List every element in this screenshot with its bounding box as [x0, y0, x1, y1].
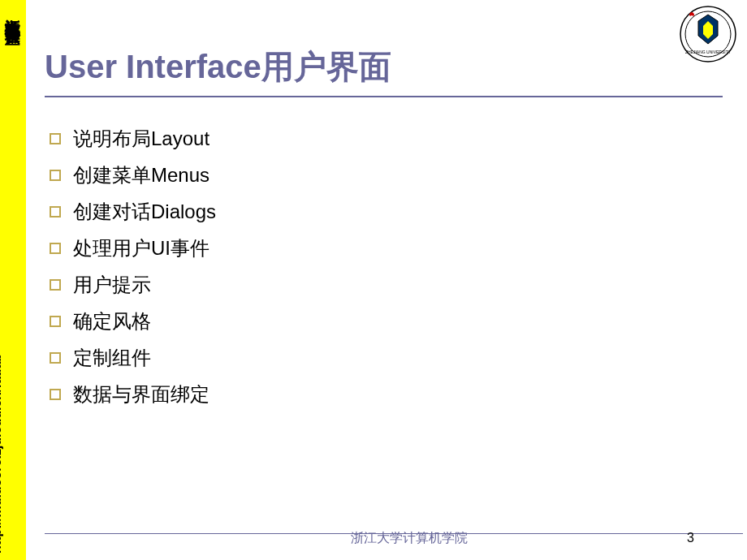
bullet-text: 数据与界面绑定 [73, 381, 209, 407]
bullet-item: 说明布局Layout [45, 126, 747, 152]
sidebar-url: http://multicore.zju.edu.cn/fatlab [0, 354, 4, 554]
page-number: 3 [687, 531, 694, 545]
bullet-item: 确定风格 [45, 308, 747, 334]
footer-institution: 浙江大学计算机学院 [71, 530, 747, 547]
sidebar-lab-name: 浙江大学软硬件协同设计实验室 [2, 6, 24, 18]
bullet-list: 说明布局Layout 创建菜单Menus 创建对话Dialogs 处理用户UI事… [45, 126, 747, 407]
bullet-marker-icon [50, 170, 61, 181]
bullet-marker-icon [50, 279, 61, 291]
title-underline [45, 96, 723, 97]
bullet-item: 处理用户UI事件 [45, 235, 747, 261]
slide-footer: 浙江大学计算机学院 3 [71, 526, 747, 550]
bullet-item: 用户提示 [45, 272, 747, 298]
bullet-marker-icon [50, 352, 61, 364]
slide-content: User Interface用户界面 说明布局Layout 创建菜单Menus … [45, 0, 747, 560]
bullet-item: 定制组件 [45, 345, 747, 371]
bullet-marker-icon [50, 243, 61, 254]
bullet-text: 用户提示 [73, 272, 151, 298]
slide-title: User Interface用户界面 [45, 45, 747, 89]
bullet-text: 确定风格 [73, 308, 151, 334]
sidebar: 浙江大学软硬件协同设计实验室 http://multicore.zju.edu.… [0, 0, 26, 560]
bullet-item: 创建菜单Menus [45, 162, 747, 188]
bullet-marker-icon [50, 206, 61, 218]
bullet-marker-icon [50, 389, 61, 400]
bullet-text: 定制组件 [73, 345, 151, 371]
bullet-item: 创建对话Dialogs [45, 199, 747, 225]
bullet-text: 创建菜单Menus [73, 162, 209, 188]
bullet-text: 说明布局Layout [73, 126, 209, 152]
bullet-marker-icon [50, 133, 61, 144]
bullet-text: 创建对话Dialogs [73, 199, 216, 225]
bullet-item: 数据与界面绑定 [45, 381, 747, 407]
bullet-text: 处理用户UI事件 [73, 235, 209, 261]
bullet-marker-icon [50, 316, 61, 327]
